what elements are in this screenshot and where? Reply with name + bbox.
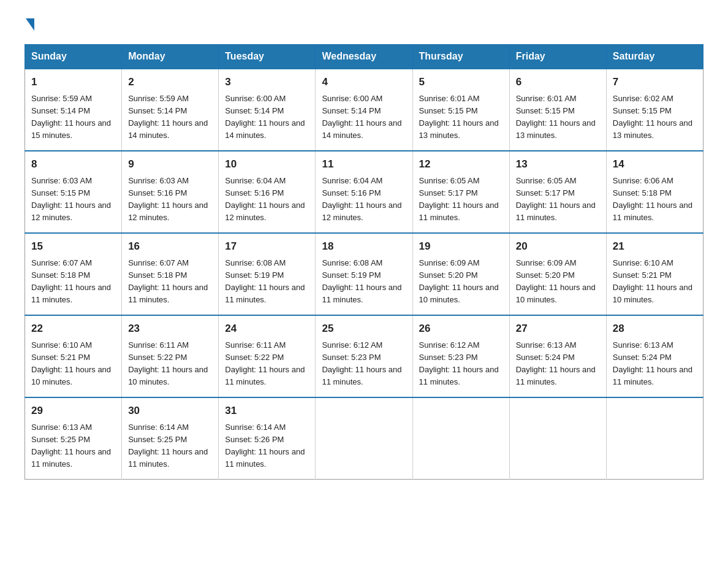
day-number: 8 — [31, 156, 115, 172]
day-info: Sunrise: 6:11 AMSunset: 5:22 PMDaylight:… — [225, 339, 309, 389]
day-number: 2 — [128, 74, 212, 90]
calendar-cell: 4Sunrise: 6:00 AMSunset: 5:14 PMDaylight… — [316, 69, 412, 151]
calendar-cell: 21Sunrise: 6:10 AMSunset: 5:21 PMDayligh… — [606, 233, 703, 315]
calendar-cell — [316, 397, 412, 480]
calendar-week-row: 1Sunrise: 5:59 AMSunset: 5:14 PMDaylight… — [25, 69, 703, 151]
day-info: Sunrise: 5:59 AMSunset: 5:14 PMDaylight:… — [31, 93, 115, 142]
header-tuesday: Tuesday — [219, 45, 316, 69]
calendar-week-row: 22Sunrise: 6:10 AMSunset: 5:21 PMDayligh… — [25, 315, 703, 397]
day-info: Sunrise: 6:00 AMSunset: 5:14 PMDaylight:… — [225, 93, 309, 142]
day-number: 22 — [31, 321, 115, 337]
calendar-cell: 5Sunrise: 6:01 AMSunset: 5:15 PMDaylight… — [412, 69, 509, 151]
header-wednesday: Wednesday — [316, 45, 412, 69]
day-info: Sunrise: 6:04 AMSunset: 5:16 PMDaylight:… — [322, 175, 406, 224]
day-info: Sunrise: 6:09 AMSunset: 5:20 PMDaylight:… — [419, 257, 503, 307]
day-info: Sunrise: 6:00 AMSunset: 5:14 PMDaylight:… — [322, 93, 406, 142]
calendar-cell: 22Sunrise: 6:10 AMSunset: 5:21 PMDayligh… — [25, 315, 122, 397]
calendar-cell: 27Sunrise: 6:13 AMSunset: 5:24 PMDayligh… — [509, 315, 606, 397]
page-header — [25, 18, 703, 33]
day-info: Sunrise: 6:01 AMSunset: 5:15 PMDaylight:… — [419, 93, 503, 142]
day-number: 24 — [225, 321, 309, 337]
day-info: Sunrise: 6:02 AMSunset: 5:15 PMDaylight:… — [613, 93, 697, 142]
calendar-cell: 30Sunrise: 6:14 AMSunset: 5:25 PMDayligh… — [122, 397, 219, 480]
day-info: Sunrise: 6:03 AMSunset: 5:16 PMDaylight:… — [128, 175, 212, 224]
calendar-cell: 2Sunrise: 5:59 AMSunset: 5:14 PMDaylight… — [122, 69, 219, 151]
calendar-cell: 24Sunrise: 6:11 AMSunset: 5:22 PMDayligh… — [219, 315, 316, 397]
calendar-header-row: SundayMondayTuesdayWednesdayThursdayFrid… — [25, 45, 703, 69]
calendar-cell: 26Sunrise: 6:12 AMSunset: 5:23 PMDayligh… — [412, 315, 509, 397]
calendar-cell: 19Sunrise: 6:09 AMSunset: 5:20 PMDayligh… — [412, 233, 509, 315]
calendar-cell — [412, 397, 509, 480]
calendar-cell: 9Sunrise: 6:03 AMSunset: 5:16 PMDaylight… — [122, 151, 219, 233]
day-number: 27 — [516, 321, 600, 337]
calendar-week-row: 29Sunrise: 6:13 AMSunset: 5:25 PMDayligh… — [25, 397, 703, 480]
calendar-cell: 28Sunrise: 6:13 AMSunset: 5:24 PMDayligh… — [606, 315, 703, 397]
day-info: Sunrise: 5:59 AMSunset: 5:14 PMDaylight:… — [128, 93, 212, 142]
calendar-cell: 16Sunrise: 6:07 AMSunset: 5:18 PMDayligh… — [122, 233, 219, 315]
day-info: Sunrise: 6:08 AMSunset: 5:19 PMDaylight:… — [322, 257, 406, 307]
day-info: Sunrise: 6:09 AMSunset: 5:20 PMDaylight:… — [516, 257, 600, 307]
header-thursday: Thursday — [412, 45, 509, 69]
day-info: Sunrise: 6:06 AMSunset: 5:18 PMDaylight:… — [613, 175, 697, 224]
calendar-cell: 3Sunrise: 6:00 AMSunset: 5:14 PMDaylight… — [219, 69, 316, 151]
day-number: 23 — [128, 321, 212, 337]
calendar-cell: 25Sunrise: 6:12 AMSunset: 5:23 PMDayligh… — [316, 315, 412, 397]
day-number: 29 — [31, 403, 115, 419]
calendar-cell: 12Sunrise: 6:05 AMSunset: 5:17 PMDayligh… — [412, 151, 509, 233]
day-number: 1 — [31, 74, 115, 90]
day-number: 30 — [128, 403, 212, 419]
day-number: 15 — [31, 239, 115, 255]
day-info: Sunrise: 6:12 AMSunset: 5:23 PMDaylight:… — [322, 339, 406, 389]
day-number: 5 — [419, 74, 503, 90]
day-info: Sunrise: 6:07 AMSunset: 5:18 PMDaylight:… — [128, 257, 212, 307]
calendar-cell: 29Sunrise: 6:13 AMSunset: 5:25 PMDayligh… — [25, 397, 122, 480]
day-number: 3 — [225, 74, 309, 90]
day-info: Sunrise: 6:05 AMSunset: 5:17 PMDaylight:… — [419, 175, 503, 224]
day-number: 20 — [516, 239, 600, 255]
calendar-cell: 14Sunrise: 6:06 AMSunset: 5:18 PMDayligh… — [606, 151, 703, 233]
day-info: Sunrise: 6:13 AMSunset: 5:24 PMDaylight:… — [516, 339, 600, 389]
day-info: Sunrise: 6:13 AMSunset: 5:25 PMDaylight:… — [31, 421, 115, 471]
day-number: 12 — [419, 156, 503, 172]
calendar-cell: 7Sunrise: 6:02 AMSunset: 5:15 PMDaylight… — [606, 69, 703, 151]
calendar-cell: 13Sunrise: 6:05 AMSunset: 5:17 PMDayligh… — [509, 151, 606, 233]
calendar-cell: 8Sunrise: 6:03 AMSunset: 5:15 PMDaylight… — [25, 151, 122, 233]
calendar-cell: 23Sunrise: 6:11 AMSunset: 5:22 PMDayligh… — [122, 315, 219, 397]
calendar-cell: 15Sunrise: 6:07 AMSunset: 5:18 PMDayligh… — [25, 233, 122, 315]
day-info: Sunrise: 6:10 AMSunset: 5:21 PMDaylight:… — [31, 339, 115, 389]
day-number: 11 — [322, 156, 406, 172]
day-number: 14 — [613, 156, 697, 172]
logo — [25, 18, 34, 33]
calendar-cell: 17Sunrise: 6:08 AMSunset: 5:19 PMDayligh… — [219, 233, 316, 315]
calendar-cell: 10Sunrise: 6:04 AMSunset: 5:16 PMDayligh… — [219, 151, 316, 233]
calendar-cell — [606, 397, 703, 480]
day-number: 31 — [225, 403, 309, 419]
calendar-cell — [509, 397, 606, 480]
header-sunday: Sunday — [25, 45, 122, 69]
day-number: 25 — [322, 321, 406, 337]
calendar-cell: 11Sunrise: 6:04 AMSunset: 5:16 PMDayligh… — [316, 151, 412, 233]
day-info: Sunrise: 6:11 AMSunset: 5:22 PMDaylight:… — [128, 339, 212, 389]
day-number: 7 — [613, 74, 697, 90]
day-info: Sunrise: 6:03 AMSunset: 5:15 PMDaylight:… — [31, 175, 115, 224]
day-number: 19 — [419, 239, 503, 255]
day-info: Sunrise: 6:14 AMSunset: 5:25 PMDaylight:… — [128, 421, 212, 471]
day-number: 21 — [613, 239, 697, 255]
day-info: Sunrise: 6:14 AMSunset: 5:26 PMDaylight:… — [225, 421, 309, 471]
calendar-table: SundayMondayTuesdayWednesdayThursdayFrid… — [25, 44, 703, 480]
day-info: Sunrise: 6:10 AMSunset: 5:21 PMDaylight:… — [613, 257, 697, 307]
calendar-cell: 18Sunrise: 6:08 AMSunset: 5:19 PMDayligh… — [316, 233, 412, 315]
day-number: 9 — [128, 156, 212, 172]
day-info: Sunrise: 6:01 AMSunset: 5:15 PMDaylight:… — [516, 93, 600, 142]
day-number: 18 — [322, 239, 406, 255]
day-number: 6 — [516, 74, 600, 90]
day-number: 13 — [516, 156, 600, 172]
day-info: Sunrise: 6:05 AMSunset: 5:17 PMDaylight:… — [516, 175, 600, 224]
header-monday: Monday — [122, 45, 219, 69]
day-info: Sunrise: 6:07 AMSunset: 5:18 PMDaylight:… — [31, 257, 115, 307]
calendar-cell: 31Sunrise: 6:14 AMSunset: 5:26 PMDayligh… — [219, 397, 316, 480]
logo-triangle-icon — [26, 18, 34, 31]
day-info: Sunrise: 6:12 AMSunset: 5:23 PMDaylight:… — [419, 339, 503, 389]
day-number: 28 — [613, 321, 697, 337]
day-info: Sunrise: 6:04 AMSunset: 5:16 PMDaylight:… — [225, 175, 309, 224]
